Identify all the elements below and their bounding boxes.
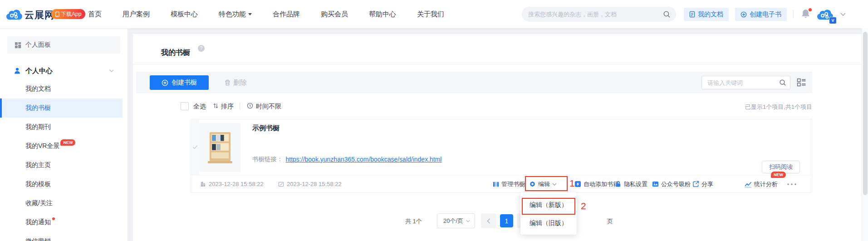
plus-circle-icon xyxy=(162,79,168,86)
create-bookcase-button[interactable]: 创建书橱 xyxy=(150,75,209,90)
notifications-bell[interactable] xyxy=(801,9,811,20)
sidebar-item-my-homepage[interactable]: 我的主页 xyxy=(0,156,128,175)
more-actions[interactable] xyxy=(787,175,797,193)
nav-item-templates[interactable]: 模板中心 xyxy=(171,10,198,19)
nav-item-partners[interactable]: 合作品牌 xyxy=(273,10,300,19)
edit-dropdown-menu: 编辑（新版） 编辑（旧版） xyxy=(520,192,577,235)
search-icon[interactable] xyxy=(663,10,671,18)
phone-icon xyxy=(55,11,59,17)
sidebar-item-my-bookcase[interactable]: 我的书橱 xyxy=(0,98,123,118)
sidebar-item-dashboard[interactable]: 个人面板 xyxy=(7,36,120,54)
my-docs-button[interactable]: 我的文档 xyxy=(684,8,729,21)
page-size-select[interactable]: 20个/页 xyxy=(437,213,475,228)
sidebar-item-my-templates[interactable]: 我的模板 xyxy=(0,175,128,194)
sidebar-item-my-journals[interactable]: 我的期刊 xyxy=(0,118,128,137)
chevron-left-icon xyxy=(487,218,490,224)
caret-down-icon xyxy=(248,13,252,15)
trash-icon xyxy=(224,79,231,86)
nav-item-membership[interactable]: 购买会员 xyxy=(321,10,348,19)
updated-timestamp: 2023-12-28 15:58:22 xyxy=(278,175,342,193)
bookcase-card: 示例书橱 书橱链接： https://book.yunzhan365.com/b… xyxy=(191,119,812,193)
items-count: 已显示1个项目,共1个项目 xyxy=(745,103,812,111)
annotation-number-2: 2 xyxy=(581,201,586,211)
wechat-fans-action[interactable]: 公众号吸粉 xyxy=(652,175,691,193)
sidebar: 个人面板 个人中心 我的文档 我的书橱 我的期刊 我的VR全景 xyxy=(0,28,128,241)
time-filter-label[interactable]: 时间不限 xyxy=(256,103,281,111)
prev-page-button[interactable] xyxy=(481,213,496,228)
share-action[interactable]: 分享 xyxy=(692,175,713,193)
check-icon xyxy=(192,145,198,149)
page-jump-suffix: 页 xyxy=(607,217,613,226)
chevron-down-icon xyxy=(109,69,114,72)
bookcase-link-row: 书橱链接： https://book.yunzhan365.com/bookca… xyxy=(252,155,441,163)
nav-item-about[interactable]: 关于我们 xyxy=(417,10,444,19)
search-icon[interactable] xyxy=(779,79,786,86)
app-window: 云展网 下载App 首页 用户案例 模板中心 特色功能 合作品牌 购买会员 帮助… xyxy=(0,0,868,241)
keyword-search-input[interactable] xyxy=(706,79,779,87)
scrollbar-thumb[interactable] xyxy=(863,32,868,195)
sidebar-section-personal-center[interactable]: 个人中心 xyxy=(0,63,128,79)
sort-icon[interactable] xyxy=(213,103,219,109)
plus-circle-icon xyxy=(740,11,747,18)
edit-old-version-item[interactable]: 编辑（旧版） xyxy=(520,215,577,231)
clock-icon[interactable] xyxy=(247,103,253,109)
scrollbar-track[interactable] xyxy=(862,28,868,241)
lock-icon xyxy=(615,181,622,187)
edit-square-icon xyxy=(278,181,284,187)
page-title: 我的书橱 xyxy=(161,48,190,58)
create-ebook-button[interactable]: 创建电子书 xyxy=(735,8,787,21)
new-badge: NEW xyxy=(60,139,75,146)
list-view-toggle-icon[interactable] xyxy=(797,78,806,87)
account-chevron-icon[interactable] xyxy=(840,13,846,16)
delete-button[interactable]: 删除 xyxy=(224,75,247,90)
manage-bookcase-action[interactable]: 管理书橱 xyxy=(493,175,525,193)
global-search-input[interactable] xyxy=(527,10,663,18)
sidebar-item-wechat-marketing[interactable]: 微信营销 xyxy=(0,232,128,241)
download-app-badge[interactable]: 下载App xyxy=(51,9,85,19)
help-icon[interactable]: ? xyxy=(198,45,205,52)
logo-cloud-icon[interactable] xyxy=(6,5,23,22)
notification-dot xyxy=(809,8,812,11)
stats-new-badge: NEW xyxy=(771,172,786,178)
select-all-checkbox[interactable] xyxy=(181,102,189,110)
gear-icon xyxy=(529,181,536,187)
annotation-number-1: 1 xyxy=(569,178,575,189)
top-navbar: 云展网 下载App 首页 用户案例 模板中心 特色功能 合作品牌 购买会员 帮助… xyxy=(0,0,868,29)
page-1-button[interactable]: 1 xyxy=(500,214,513,227)
bookcase-link[interactable]: https://book.yunzhan365.com/bookcase/sal… xyxy=(286,156,442,163)
line-chart-icon xyxy=(745,181,752,188)
filter-bar: 全选 排序 时间不限 已显示1个项目,共1个项目 xyxy=(133,98,862,114)
sidebar-item-my-docs[interactable]: 我的文档 xyxy=(0,79,128,98)
link-label: 书橱链接： xyxy=(252,155,283,163)
chevron-down-icon xyxy=(552,183,557,186)
pagination-total: 共 1个 xyxy=(405,217,422,226)
auto-add-books-action[interactable]: 自动添加书籍 xyxy=(574,175,619,193)
vip-badge: V xyxy=(829,17,837,24)
nav-divider xyxy=(793,10,794,18)
share-icon xyxy=(692,181,699,187)
card-action-bar: 2023-12-28 15:58:22 2023-12-28 15:58:22 … xyxy=(191,175,812,193)
nav-item-cases[interactable]: 用户案例 xyxy=(123,10,150,19)
sidebar-item-favorites[interactable]: 收藏/关注 xyxy=(0,194,128,213)
ellipsis-icon xyxy=(787,183,797,186)
privacy-settings-action[interactable]: 隐私设置 xyxy=(615,175,647,193)
bookshelf-image xyxy=(208,131,232,164)
nav-item-home[interactable]: 首页 xyxy=(88,10,102,19)
select-all-label[interactable]: 全选 xyxy=(193,103,206,111)
created-timestamp: 2023-12-28 15:58:22 xyxy=(200,175,264,193)
header-divider xyxy=(133,64,862,64)
edit-action[interactable]: 编辑 xyxy=(529,175,557,193)
sort-label[interactable]: 排序 xyxy=(221,103,234,111)
sidebar-item-notifications[interactable]: 我的通知 xyxy=(0,213,128,232)
dashboard-grid-icon xyxy=(15,42,21,49)
sidebar-item-my-vr[interactable]: 我的VR全景 NEW xyxy=(0,137,128,156)
edit-new-version-item[interactable]: 编辑（新版） xyxy=(520,197,577,213)
document-icon xyxy=(689,11,695,18)
columns-icon xyxy=(493,181,499,187)
nav-item-features[interactable]: 特色功能 xyxy=(219,10,252,19)
user-avatar[interactable]: V xyxy=(817,6,835,23)
card-select-strip[interactable] xyxy=(191,119,199,175)
nav-item-help[interactable]: 帮助中心 xyxy=(369,10,396,19)
logo-text[interactable]: 云展网 xyxy=(25,9,54,21)
bookcase-thumbnail[interactable] xyxy=(199,123,241,172)
